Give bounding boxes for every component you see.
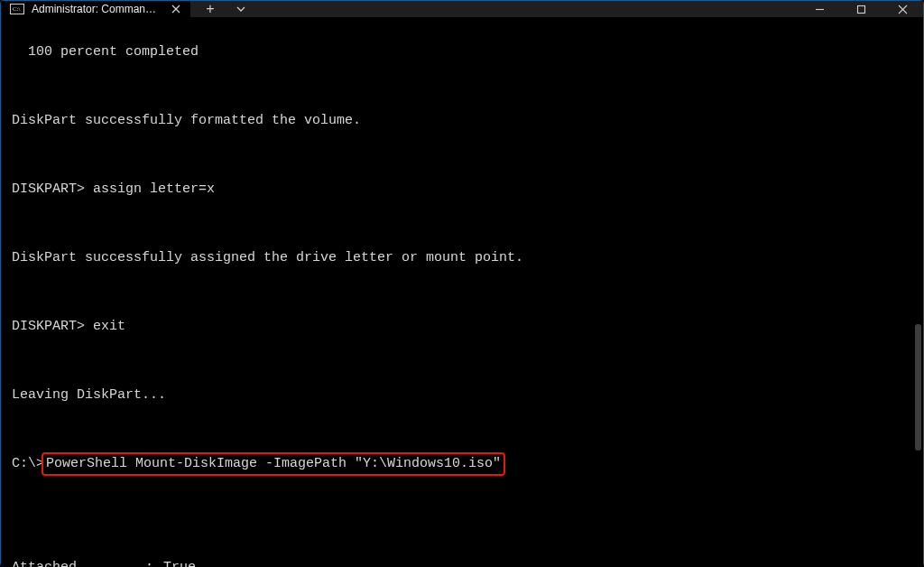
output-line — [12, 421, 919, 438]
maximize-button[interactable] — [840, 1, 882, 17]
kv-block: Attached: TrueBlockSize: 0DevicePath: \\… — [12, 559, 919, 567]
titlebar: C:\ Administrator: Command Promp + — [1, 1, 923, 17]
tab-cmd[interactable]: C:\ Administrator: Command Promp — [1, 1, 190, 17]
output-line: DISKPART> assign letter=x — [12, 181, 919, 198]
prompt: C:\> — [12, 456, 44, 471]
output-line — [12, 146, 919, 163]
minimize-button[interactable] — [799, 1, 840, 17]
output-line: DiskPart successfully assigned the drive… — [12, 249, 919, 266]
prompt: DISKPART> — [12, 319, 93, 334]
new-tab-button[interactable]: + — [198, 1, 223, 17]
output-line: Leaving DiskPart... — [12, 386, 919, 404]
svg-text:C:\: C:\ — [13, 5, 21, 13]
output-line: C:\>PowerShell Mount-DiskImage -ImagePat… — [12, 455, 919, 473]
tab-actions: + — [190, 1, 254, 17]
command-text: exit — [93, 319, 125, 334]
tab-title: Administrator: Command Promp — [32, 3, 162, 15]
output-line — [12, 78, 919, 95]
kv-key: Attached — [12, 559, 145, 567]
tab-dropdown-button[interactable] — [228, 1, 254, 17]
close-tab-button[interactable] — [169, 2, 183, 16]
kv-sep: : — [145, 559, 163, 567]
terminal-body[interactable]: 100 percent completed DiskPart successfu… — [1, 17, 923, 567]
terminal-window: C:\ Administrator: Command Promp + — [0, 0, 924, 567]
svg-rect-5 — [857, 5, 864, 13]
cmd-icon: C:\ — [10, 4, 24, 14]
output-line — [12, 215, 919, 232]
prompt: DISKPART> — [12, 181, 93, 197]
window-controls — [799, 1, 923, 17]
close-window-button[interactable] — [882, 1, 923, 17]
scrollbar-thumb[interactable] — [915, 324, 921, 451]
kv-row: Attached: True — [12, 559, 919, 567]
output-line — [12, 525, 919, 542]
command-text: assign letter=x — [93, 181, 215, 197]
output-line: DISKPART> exit — [12, 318, 919, 335]
kv-value: True — [163, 559, 196, 567]
output-line — [12, 352, 919, 369]
highlighted-command: PowerShell Mount-DiskImage -ImagePath "Y… — [42, 452, 505, 476]
output-line — [12, 490, 919, 507]
output-line — [12, 284, 919, 301]
output-line: 100 percent completed — [12, 43, 919, 60]
output-line: DiskPart successfully formatted the volu… — [12, 112, 919, 129]
